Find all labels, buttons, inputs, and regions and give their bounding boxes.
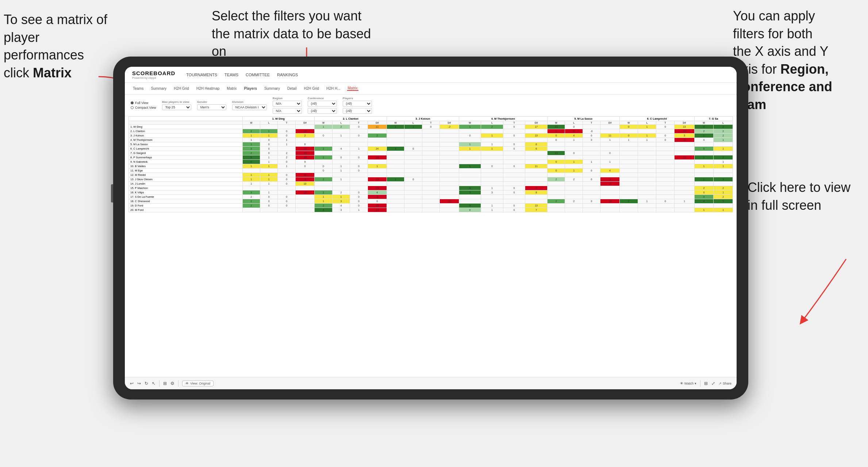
region-label: Region xyxy=(273,97,302,100)
table-row: 6. C Lamprecht 30-16 24124 30 1106 01 xyxy=(129,147,733,151)
share-button[interactable]: ↗ Share xyxy=(719,382,731,385)
row-label: 20. M Ford xyxy=(129,208,243,212)
sh-3-t: T xyxy=(422,121,439,125)
division-select[interactable]: NCAA Division I xyxy=(232,104,267,110)
sh-4-w: W xyxy=(459,121,481,125)
sh-4-t: T xyxy=(503,121,525,125)
players-select-1[interactable]: (All) xyxy=(343,101,372,107)
subnav-h2h-heatmap[interactable]: H2H Heatmap xyxy=(196,86,220,90)
row-label: 9. N Gabrelcik xyxy=(129,160,243,164)
row-label: 1. W Ding xyxy=(129,125,243,129)
grid-icon[interactable]: ⊞ xyxy=(704,381,708,386)
annotation-mid-text: Select the filters you want the matrix d… xyxy=(212,8,371,59)
sub-nav: Teams Summary H2H Grid H2H Heatmap Matri… xyxy=(125,83,737,94)
row-label: 8. P Summerhays xyxy=(129,155,243,160)
division-label: Division xyxy=(232,100,267,104)
gender-label: Gender xyxy=(197,100,226,104)
sh-5-t: T xyxy=(583,121,600,125)
row-label: 10. B Valdes xyxy=(129,164,243,169)
main-nav: TOURNAMENTS TEAMS COMMITTEE RANKINGS xyxy=(186,73,298,77)
row-label: 17. S De La Fuente xyxy=(129,195,243,199)
sh-7-l: L xyxy=(714,121,733,125)
subnav-detail[interactable]: Detail xyxy=(287,86,297,90)
division-filter: Division NCAA Division I xyxy=(232,100,267,110)
undo-icon[interactable]: ↩ xyxy=(130,381,134,386)
table-row: 15. P Maichon -19 410-7 22 xyxy=(129,186,733,190)
view-original-button[interactable]: 👁 View: Original xyxy=(182,381,214,386)
table-row: 3. J Koivun 1102 0102 01013 04011 0103 1… xyxy=(129,134,733,138)
nav-committee[interactable]: COMMITTEE xyxy=(246,73,270,77)
subnav-h2h-h[interactable]: H2H H... xyxy=(326,86,341,90)
nav-teams[interactable]: TEAMS xyxy=(224,73,238,77)
table-row: 16. K Vilips 31-25 2204 3308 01 xyxy=(129,190,733,195)
conference-select-2[interactable]: (All) xyxy=(308,108,337,114)
compact-view-dot xyxy=(131,106,134,109)
table-row: 20. M Ford 331-11 0107 11 xyxy=(129,208,733,212)
players-select-2[interactable]: (All) xyxy=(343,108,372,114)
compact-view-radio[interactable]: Compact View xyxy=(131,106,156,109)
matrix-container[interactable]: 1. W Ding 2. L Clanton 3. J Koivun 4. M … xyxy=(125,116,737,377)
sh-1-t: T xyxy=(278,121,295,125)
region-select-1[interactable]: N/A xyxy=(273,101,302,107)
subnav-summary2[interactable]: Summary xyxy=(264,86,281,90)
subnav-teams[interactable]: Teams xyxy=(132,86,144,90)
refresh-icon[interactable]: ↻ xyxy=(145,381,148,386)
max-players-select[interactable]: Top 25 xyxy=(162,104,191,110)
bottom-toolbar: ↩ ↪ ↻ ↖ ⊞ ⚙ 👁 View: Original 👁 Watch ▾ ⊞… xyxy=(125,377,737,389)
col-header-6: 6. C Lamprecht xyxy=(619,117,694,121)
expand-icon[interactable]: ⤢ xyxy=(711,381,715,386)
ann-right-l1: You can apply xyxy=(733,8,815,23)
subnav-matrix-active[interactable]: Matrix xyxy=(347,86,358,91)
row-label: 18. C Sherwood xyxy=(129,199,243,204)
settings-icon[interactable]: ⚙ xyxy=(170,381,174,386)
filter-area: Full View Compact View Max players in vi… xyxy=(125,94,737,116)
conference-select-1[interactable]: (All) xyxy=(308,101,337,107)
full-view-radio[interactable]: Full View xyxy=(131,101,156,105)
nav-rankings[interactable]: RANKINGS xyxy=(277,73,298,77)
sh-3-w: W xyxy=(387,121,404,125)
table-row: 14. J Lundin 11010 -7 xyxy=(129,182,733,186)
logo-area: SCOREBOARD Powered by clippd xyxy=(132,70,175,80)
sh-1-d: Dif xyxy=(295,121,314,125)
sh-6-d: Dif xyxy=(675,121,694,125)
annotation-bottom-right: Click here to view in full screen xyxy=(748,179,857,214)
watch-icon: 👁 xyxy=(680,382,683,385)
ann-right-l4b: Region, xyxy=(780,62,829,77)
sh-1-w: W xyxy=(242,121,260,125)
row-label: 3. J Koivun xyxy=(129,134,243,138)
gender-select[interactable]: Men's xyxy=(197,104,226,110)
table-row: 19. D Ford 200 240-20 01013 xyxy=(129,204,733,208)
toolbar-separator-3 xyxy=(700,380,700,387)
row-label: 14. J Lundin xyxy=(129,182,243,186)
subnav-h2h-grid[interactable]: H2H Grid xyxy=(173,86,190,90)
cursor-icon[interactable]: ↖ xyxy=(152,381,155,386)
subnav-h2h-grid2[interactable]: H2H Grid xyxy=(303,86,320,90)
subnav-players[interactable]: Players xyxy=(243,86,258,90)
nav-tournaments[interactable]: TOURNAMENTS xyxy=(186,73,217,77)
watch-button[interactable]: 👁 Watch ▾ xyxy=(680,382,696,385)
corner-header xyxy=(129,117,243,121)
sub-corner xyxy=(129,121,243,125)
ann-right-l2: filters for both xyxy=(733,26,813,41)
table-row: 8. P Summerhays 512-48 200-16 -11 12 xyxy=(129,155,733,160)
region-select-2[interactable]: N/A xyxy=(273,108,302,114)
tablet-screen: SCOREBOARD Powered by clippd TOURNAMENTS… xyxy=(125,67,737,389)
conference-filter: Conference (All) (All) xyxy=(308,97,337,114)
sh-4-d: Dif xyxy=(525,121,548,125)
table-row: 4. M Thorbjornsen 101 0101 110-6 01 xyxy=(129,138,733,142)
table-row: 5. M La Sasso 1016 1106 xyxy=(129,142,733,147)
redo-icon[interactable]: ↪ xyxy=(137,381,141,386)
table-row: 10. B Valdes 1110 0101 10011 11 xyxy=(129,164,733,169)
row-label: 6. C Lamprecht xyxy=(129,147,243,151)
ann-br-l1: Click here to view xyxy=(748,180,850,195)
zoom-icon[interactable]: ⊞ xyxy=(163,381,167,386)
table-row: 13. J Skov Olesen 110-3 21-19 10 220-1 1… xyxy=(129,177,733,182)
region-filter: Region N/A N/A xyxy=(273,97,302,114)
row-label: 7. G Sargent xyxy=(129,151,243,155)
subnav-matrix[interactable]: Matrix xyxy=(226,86,237,90)
table-row: 18. C Sherwood 200 1300 -11 220-10 0101 … xyxy=(129,199,733,204)
players-filter-label: Players xyxy=(343,97,372,100)
subnav-summary[interactable]: Summary xyxy=(150,86,167,90)
ann-br-l2: in full screen xyxy=(748,198,821,213)
row-label: 16. K Vilips xyxy=(129,190,243,195)
